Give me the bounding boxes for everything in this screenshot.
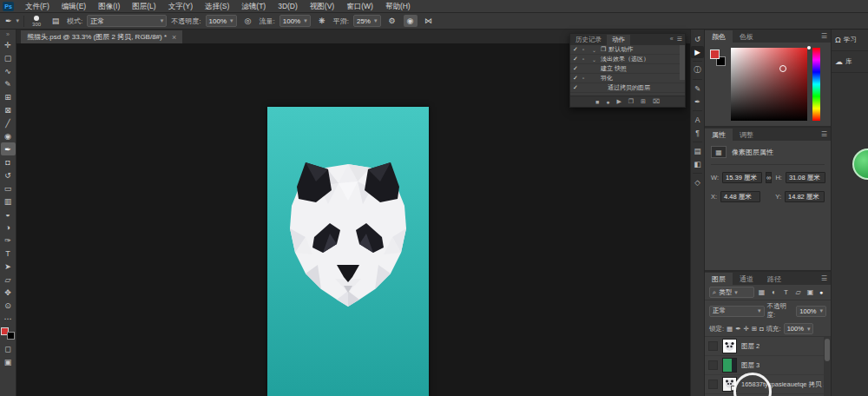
pen-tool[interactable]: ✑	[1, 234, 16, 247]
panel-menu-icon[interactable]: ☰	[677, 36, 682, 43]
close-tab-icon[interactable]: ×	[172, 33, 176, 42]
tab-channels[interactable]: 通道	[733, 273, 760, 285]
layers-scrollbar[interactable]	[824, 337, 831, 396]
frame-tool[interactable]: ⊠	[1, 103, 16, 116]
brush-size-preview[interactable]: 300	[29, 16, 44, 27]
pressure-opacity-icon[interactable]: ◎	[241, 15, 255, 27]
adjustment-filter-icon[interactable]: ◐	[769, 288, 779, 296]
menu-3d[interactable]: 3D(D)	[272, 0, 304, 13]
check-icon[interactable]: ✓	[573, 75, 580, 82]
tab-color[interactable]: 颜色	[705, 30, 733, 43]
eyedropper-tool[interactable]: ╱	[1, 116, 16, 129]
filter-toggle-icon[interactable]: ●	[819, 289, 823, 295]
spot-healing-tool[interactable]: ◉	[1, 129, 16, 142]
opacity-select[interactable]: 100% ▾	[206, 15, 237, 27]
type-filter-icon[interactable]: T	[781, 288, 791, 296]
menu-filter[interactable]: 滤镜(T)	[235, 0, 272, 13]
smart-object-filter-icon[interactable]: ▣	[806, 288, 815, 296]
dodge-tool[interactable]: ◑	[1, 221, 16, 234]
layer-filter-select[interactable]: ⌕ 类型 ▾	[709, 287, 754, 298]
color-picker-ring-icon[interactable]	[779, 65, 786, 72]
crop-tool[interactable]: ⊞	[1, 90, 16, 103]
play-icon[interactable]: ▶	[616, 98, 621, 105]
panel-menu-icon[interactable]: ☰	[821, 32, 827, 40]
brush-tool[interactable]: ✒	[1, 142, 16, 155]
flow-select[interactable]: 100% ▾	[279, 15, 311, 27]
tab-layers[interactable]: 图层	[705, 273, 733, 285]
visibility-toggle-icon[interactable]	[708, 341, 718, 351]
actions-scrollbar[interactable]	[680, 45, 685, 80]
pixel-filter-icon[interactable]: ▦	[757, 288, 766, 296]
document-canvas[interactable]	[267, 107, 429, 396]
adjustments-panel-icon[interactable]: ◧	[691, 158, 704, 170]
tab-actions[interactable]: 动作	[607, 35, 630, 45]
toggle-brush-panel-icon[interactable]: ▤	[49, 15, 62, 27]
hue-slider[interactable]	[812, 48, 820, 121]
blend-mode-select[interactable]: 正常 ▾	[87, 15, 167, 27]
new-action-icon[interactable]: ⊞	[641, 98, 646, 105]
pressure-size-icon[interactable]: ◉	[404, 15, 418, 27]
blur-tool[interactable]: ◒	[1, 208, 16, 221]
dialog-toggle-icon[interactable]: ▫	[582, 76, 589, 81]
layer-blend-mode-select[interactable]: 正常 ▾	[709, 306, 765, 317]
menu-view[interactable]: 视图(V)	[304, 0, 340, 13]
lock-position-icon[interactable]: ✛	[743, 325, 748, 333]
paragraph-panel-icon[interactable]: ¶	[691, 127, 704, 139]
layer-row[interactable]: 图层 2	[705, 337, 831, 356]
action-row[interactable]: ✓ ▫ ⌄ ❐ 默认动作	[570, 45, 685, 55]
smoothing-select[interactable]: 25% ▾	[353, 15, 381, 27]
record-icon[interactable]: ●	[606, 99, 609, 105]
layer-thumbnail[interactable]	[722, 358, 737, 373]
check-icon[interactable]: ✓	[573, 56, 580, 63]
hue-slider-marker-icon[interactable]	[807, 46, 811, 50]
tab-adjustments[interactable]: 调整	[733, 129, 760, 141]
airbrush-icon[interactable]: ❋	[315, 15, 329, 27]
document-tab[interactable]: 熊猫头.psd @ 33.3% (图层 2 拷贝, RGB/8#) * ×	[21, 30, 182, 43]
quick-selection-tool[interactable]: ✎	[1, 77, 16, 90]
layer-fill-select[interactable]: 100% ▾	[784, 323, 814, 334]
lock-image-icon[interactable]: ✒	[735, 325, 740, 333]
toolbar-handle-icon[interactable]: »	[6, 31, 10, 38]
info-panel-icon[interactable]: ⓘ	[691, 64, 704, 76]
width-field[interactable]: 15.39 厘米	[722, 172, 762, 183]
tab-swatches[interactable]: 色板	[733, 30, 760, 43]
color-swatches[interactable]	[1, 327, 15, 340]
collapse-panel-icon[interactable]: «	[670, 36, 674, 43]
character-panel-icon[interactable]: A	[691, 114, 704, 126]
menu-window[interactable]: 窗口(W)	[340, 0, 379, 13]
visibility-toggle-icon[interactable]	[708, 360, 718, 370]
3d-panel-icon[interactable]: ◇	[691, 176, 704, 188]
x-field[interactable]: 4.48 厘米	[720, 191, 760, 202]
stop-playing-icon[interactable]: ■	[595, 99, 599, 105]
dialog-toggle-icon[interactable]: ▫	[582, 56, 589, 62]
menu-layer[interactable]: 图层(L)	[126, 0, 161, 13]
link-dimensions-icon[interactable]: ∞	[766, 172, 772, 183]
menu-file[interactable]: 文件(F)	[19, 0, 56, 13]
new-group-icon[interactable]: ❐	[628, 98, 634, 105]
check-icon[interactable]: ✓	[573, 46, 580, 53]
check-icon[interactable]: ✓	[573, 84, 580, 91]
shape-filter-icon[interactable]: ▱	[793, 288, 803, 296]
layer-opacity-select[interactable]: 100% ▾	[796, 306, 826, 317]
smoothing-gear-icon[interactable]: ⚙	[385, 15, 399, 27]
libraries-panel-item[interactable]: ☁ 库	[832, 51, 868, 73]
actions-panel-icon[interactable]: ▶	[691, 46, 704, 58]
panel-menu-icon[interactable]: ☰	[821, 130, 827, 138]
hand-tool[interactable]: ✥	[1, 286, 16, 299]
shape-tool[interactable]: ▱	[1, 273, 16, 286]
brush-presets-panel-icon[interactable]: ✒	[691, 96, 704, 108]
lock-all-icon[interactable]: ◘	[760, 325, 764, 333]
layer-thumbnail[interactable]	[722, 339, 737, 353]
lock-transparency-icon[interactable]: ▦	[727, 325, 733, 333]
lock-artboard-icon[interactable]: ⊞	[752, 325, 757, 333]
clone-stamp-tool[interactable]: ◘	[1, 155, 16, 168]
menu-help[interactable]: 帮助(H)	[379, 0, 417, 13]
menu-edit[interactable]: 编辑(E)	[56, 0, 92, 13]
menu-type[interactable]: 文字(Y)	[162, 0, 199, 13]
check-icon[interactable]: ✓	[573, 65, 580, 72]
visibility-toggle-icon[interactable]	[708, 380, 718, 389]
libraries-panel-icon[interactable]: ▤	[691, 145, 704, 157]
action-row[interactable]: ✓ 通过拷贝的图层	[570, 83, 685, 93]
panel-menu-icon[interactable]: ☰	[821, 274, 827, 282]
menu-select[interactable]: 选择(S)	[199, 0, 235, 13]
